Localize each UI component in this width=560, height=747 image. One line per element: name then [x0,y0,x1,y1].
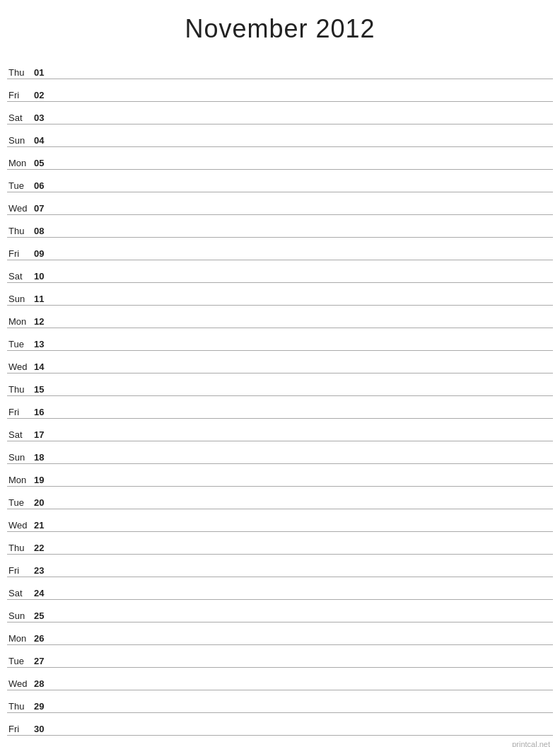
day-name: Mon [7,634,34,643]
day-number: 03 [34,113,54,122]
day-line [54,76,553,77]
day-line [54,688,553,688]
day-row: Thu01 [7,57,553,79]
day-number: 27 [34,656,54,666]
day-name: Fri [7,91,34,100]
day-number: 19 [34,475,54,485]
day-number: 23 [34,566,54,575]
day-line [54,733,553,734]
day-number: 10 [34,272,54,281]
day-row: Mon26 [7,622,553,645]
day-row: Sun18 [7,441,553,464]
day-line [54,620,553,620]
day-name: Sun [7,294,34,303]
day-name: Sat [7,430,34,439]
day-line [54,461,553,462]
day-name: Fri [7,407,34,417]
day-number: 26 [34,634,54,643]
day-number: 22 [34,543,54,552]
day-line [54,235,553,236]
day-number: 25 [34,611,54,620]
day-row: Thu29 [7,690,553,713]
day-row: Fri09 [7,238,553,260]
day-name: Wed [7,679,34,688]
day-name: Sun [7,453,34,462]
day-row: Wed14 [7,351,553,374]
day-row: Fri16 [7,396,553,419]
day-number: 20 [34,498,54,507]
day-name: Sat [7,589,34,598]
day-row: Tue20 [7,487,553,509]
day-name: Fri [7,724,34,734]
day-line [54,325,553,326]
day-name: Sun [7,136,34,145]
day-row: Tue13 [7,328,553,351]
day-number: 05 [34,158,54,168]
day-name: Tue [7,498,34,507]
day-line [54,529,553,530]
day-row: Tue06 [7,170,553,192]
day-row: Thu22 [7,532,553,555]
day-line [54,371,553,371]
day-number: 14 [34,362,54,371]
day-line [54,642,553,643]
day-number: 28 [34,679,54,688]
day-name: Thu [7,702,34,711]
day-line [54,257,553,258]
day-number: 09 [34,249,54,258]
day-row: Sun25 [7,600,553,622]
day-name: Sun [7,611,34,620]
day-name: Thu [7,543,34,552]
day-name: Fri [7,249,34,258]
day-row: Wed07 [7,192,553,215]
day-row: Sun11 [7,283,553,306]
day-row: Wed21 [7,509,553,532]
day-name: Mon [7,317,34,326]
day-line [54,167,553,168]
day-row: Sun04 [7,124,553,147]
day-row: Sat10 [7,260,553,283]
day-number: 04 [34,136,54,145]
day-name: Sat [7,113,34,122]
day-row: Thu08 [7,215,553,238]
day-line [54,393,553,394]
day-line [54,665,553,666]
day-name: Tue [7,181,34,190]
day-number: 02 [34,91,54,100]
day-number: 11 [34,294,54,303]
day-line [54,190,553,190]
day-line [54,99,553,100]
day-name: Sat [7,272,34,281]
day-name: Thu [7,68,34,77]
day-name: Tue [7,340,34,349]
day-number: 08 [34,226,54,236]
day-line [54,212,553,213]
day-number: 12 [34,317,54,326]
day-number: 30 [34,724,54,734]
day-line [54,280,553,281]
day-number: 24 [34,589,54,598]
day-line [54,710,553,711]
day-name: Thu [7,226,34,236]
day-number: 13 [34,340,54,349]
day-line [54,303,553,303]
day-row: Mon12 [7,306,553,328]
day-name: Thu [7,385,34,394]
day-row: Fri23 [7,555,553,577]
day-row: Mon19 [7,464,553,487]
day-row: Tue27 [7,645,553,668]
day-row: Fri02 [7,79,553,102]
day-line [54,348,553,349]
day-name: Wed [7,204,34,213]
day-row: Thu15 [7,374,553,396]
day-name: Fri [7,566,34,575]
day-number: 29 [34,702,54,711]
day-line [54,506,553,507]
day-name: Mon [7,475,34,485]
day-line [54,597,553,598]
day-number: 07 [34,204,54,213]
day-line [54,416,553,417]
day-name: Tue [7,656,34,666]
day-number: 15 [34,385,54,394]
calendar-rows: Thu01Fri02Sat03Sun04Mon05Tue06Wed07Thu08… [7,57,553,736]
